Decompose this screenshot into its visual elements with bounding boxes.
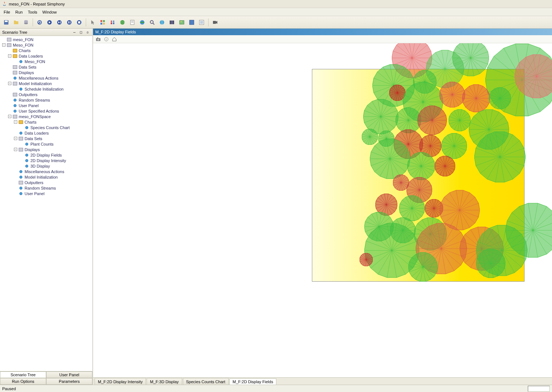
folder-icon xyxy=(12,48,18,53)
tree-item[interactable]: 2D Display Fields xyxy=(1,152,92,158)
tree-item[interactable]: Outputters xyxy=(1,92,92,97)
menu-window[interactable]: Window xyxy=(40,9,59,15)
grid-button[interactable] xyxy=(99,18,107,26)
folder-button[interactable] xyxy=(12,18,20,26)
java-icon xyxy=(1,1,7,7)
image-button[interactable] xyxy=(178,18,186,26)
sphere-button[interactable] xyxy=(118,18,126,26)
view-tab[interactable]: Species Counts Chart xyxy=(183,378,229,385)
step-button[interactable] xyxy=(55,18,63,26)
tree-item[interactable]: Data Loaders xyxy=(1,130,92,136)
menu-run[interactable]: Run xyxy=(13,9,25,15)
tree-item[interactable]: -Model Initialization xyxy=(1,81,92,86)
tree-toggle[interactable]: - xyxy=(14,120,17,124)
tree-item[interactable]: -Charts xyxy=(1,119,92,125)
view-tab[interactable]: M_F:3D Display xyxy=(147,378,182,385)
tree-item[interactable]: User Panel xyxy=(1,103,92,108)
box-icon xyxy=(12,92,18,97)
camcorder-button[interactable] xyxy=(211,18,219,26)
tree-label: Meso_FON xyxy=(13,43,33,47)
tree-item[interactable]: Charts xyxy=(1,48,92,53)
dock-panel-icon[interactable]: ▫ xyxy=(85,30,90,35)
tree-item[interactable]: Random Streams xyxy=(1,97,92,103)
tree-label: meso_FON xyxy=(13,37,33,42)
tree-label: Miscellaneous Actions xyxy=(25,169,64,174)
menu-tools[interactable]: Tools xyxy=(26,9,40,15)
tree-item[interactable]: Random Streams xyxy=(1,185,92,191)
tree-label: Random Streams xyxy=(19,98,50,102)
tree-item[interactable]: Species Counts Chart xyxy=(1,125,92,130)
tree-label: Data Loaders xyxy=(25,131,49,135)
left-tab[interactable]: Run Options xyxy=(0,378,46,385)
people-button[interactable] xyxy=(108,18,117,26)
tree-item[interactable]: Miscellaneous Actions xyxy=(1,75,92,81)
camera-icon[interactable] xyxy=(95,36,101,42)
svg-rect-22 xyxy=(113,22,114,24)
tree-item[interactable]: 2D Display Intensity xyxy=(1,158,92,163)
tree-item[interactable]: Miscellaneous Actions xyxy=(1,169,92,174)
tree-item[interactable]: 3D Display xyxy=(1,163,92,169)
stop-button[interactable] xyxy=(75,18,83,26)
database-button[interactable] xyxy=(22,18,30,26)
svg-rect-1 xyxy=(5,21,8,22)
toolbar xyxy=(0,16,552,29)
tree-toggle xyxy=(14,181,17,184)
home-icon[interactable] xyxy=(111,36,117,42)
save-button[interactable] xyxy=(2,18,10,26)
doc-button[interactable] xyxy=(128,18,136,26)
left-tab[interactable]: User Panel xyxy=(46,371,92,378)
film-button[interactable] xyxy=(168,18,176,26)
view-tab-title: M_F:2D Display Fields xyxy=(95,30,136,34)
tree-item[interactable]: Displays xyxy=(1,70,92,75)
tree-item[interactable]: Meso_FON xyxy=(1,59,92,64)
tree-item[interactable]: Model Initialization xyxy=(1,174,92,180)
agent-fan xyxy=(441,133,467,159)
tree-toggle[interactable]: - xyxy=(8,54,11,58)
frame2-button[interactable] xyxy=(198,18,206,26)
tree-item[interactable]: Data Sets xyxy=(1,64,92,70)
agent-fan xyxy=(439,82,465,107)
maximize-panel-icon[interactable]: □ xyxy=(78,30,84,35)
agent-fan xyxy=(505,203,552,258)
tree-toggle[interactable]: - xyxy=(2,43,5,47)
tree-item[interactable]: User Specified Actions xyxy=(1,108,92,114)
tree-toggle[interactable]: - xyxy=(14,148,17,151)
tree-item[interactable]: Outputters xyxy=(1,180,92,185)
tree-item[interactable]: meso_FON xyxy=(1,37,92,42)
tree-toggle[interactable]: - xyxy=(8,82,11,85)
pointer-button[interactable] xyxy=(89,18,97,26)
left-tab[interactable]: Parameters xyxy=(46,378,92,385)
simulation-canvas[interactable] xyxy=(93,43,552,377)
pause-button[interactable] xyxy=(65,18,73,26)
box-icon xyxy=(18,147,23,152)
tree-toggle[interactable]: - xyxy=(14,137,17,140)
globe2-button[interactable] xyxy=(158,18,166,26)
view-tab[interactable]: M_F:2D Display Fields xyxy=(229,378,277,385)
minimize-panel-icon[interactable]: – xyxy=(72,30,77,35)
tree-item[interactable]: User Panel xyxy=(1,191,92,196)
view-tab[interactable]: M_F:2D Display Intensity xyxy=(95,378,146,385)
tree-toggle[interactable]: - xyxy=(8,115,11,118)
tree-toggle xyxy=(8,104,11,107)
scenario-tree[interactable]: meso_FON-Meso_FONCharts-Data LoadersMeso… xyxy=(0,36,92,371)
tree-label: Data Sets xyxy=(25,136,42,141)
zoom-button[interactable] xyxy=(148,18,156,26)
menu-file[interactable]: File xyxy=(1,9,12,15)
globe-button[interactable] xyxy=(138,18,146,26)
status-box xyxy=(528,386,550,392)
tree-item[interactable]: -Meso_FON xyxy=(1,42,92,48)
reset-button[interactable] xyxy=(36,18,44,26)
bullet-icon xyxy=(24,164,29,169)
status-text: Paused xyxy=(2,386,16,391)
info-icon[interactable]: i xyxy=(103,36,109,42)
tree-item[interactable]: -Data Loaders xyxy=(1,53,92,59)
tree-item[interactable]: -Data Sets xyxy=(1,136,92,141)
play-button[interactable] xyxy=(45,18,54,26)
tree-item[interactable]: -Displays xyxy=(1,147,92,152)
tree-item[interactable]: -meso_FONSpace xyxy=(1,114,92,119)
tree-item[interactable]: Schedule Initialization xyxy=(1,86,92,92)
tree-item[interactable]: Plant Counts xyxy=(1,141,92,147)
frame-button[interactable] xyxy=(188,18,196,26)
tree-label: Plant Counts xyxy=(30,142,54,146)
left-tab[interactable]: Scenario Tree xyxy=(0,371,46,378)
